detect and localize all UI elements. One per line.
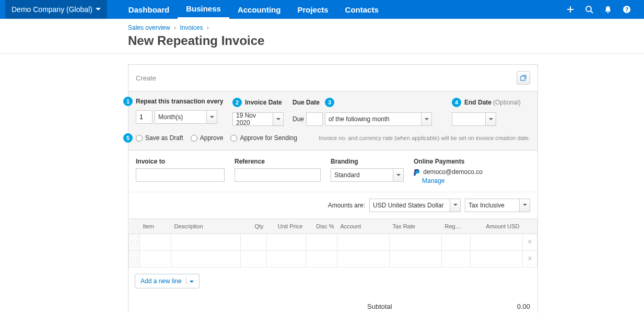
branding-text: Standard (331, 171, 393, 179)
help-icon[interactable]: ? (623, 5, 631, 14)
svg-rect-4 (521, 76, 525, 80)
repeat-every-input[interactable] (136, 110, 153, 124)
step-badge-1: 1 (123, 97, 133, 106)
line-items-table: Item Description Qty Unit Price Disc % A… (128, 218, 537, 268)
nav-icons: ? (566, 5, 639, 14)
nav-contacts[interactable]: Contacts (337, 0, 387, 19)
top-nav: Demo Company (Global) Dashboard Business… (0, 0, 644, 19)
drag-handle-icon[interactable]: ⋮⋮ (129, 234, 140, 250)
paypal-icon (414, 169, 420, 176)
line-region-input[interactable] (442, 234, 470, 250)
remove-line-icon[interactable]: × (523, 234, 537, 250)
chevron-down-icon (273, 113, 283, 125)
col-description: Description (171, 218, 241, 234)
radio-approve[interactable]: Approve (191, 134, 224, 142)
tax-dropdown[interactable]: Tax Inclusive (465, 199, 530, 212)
chevron-down-icon (393, 169, 403, 181)
invoice-date-picker[interactable]: 19 Nov 2020 (232, 112, 284, 126)
line-description-input[interactable] (171, 234, 240, 250)
table-row: ⋮⋮ × (129, 250, 537, 267)
radio-save-draft[interactable]: Save as Draft (136, 134, 183, 142)
line-account-input[interactable] (337, 251, 389, 266)
popout-button[interactable] (517, 71, 530, 85)
table-row: ⋮⋮ × (129, 234, 537, 250)
due-option-dropdown[interactable]: of the following month (325, 112, 432, 126)
line-qty-input[interactable] (241, 251, 266, 266)
add-line-label: Add a new line (140, 277, 182, 285)
subtotal-value: 0.00 (517, 303, 530, 310)
branding-label: Branding (331, 158, 406, 165)
repeat-every-label: Repeat this transaction every (136, 98, 223, 105)
line-tax-input[interactable] (390, 251, 441, 266)
chevron-down-icon (519, 199, 530, 212)
currency-dropdown[interactable]: USD United States Dollar (369, 199, 461, 212)
panel-header: Create (128, 65, 537, 91)
radio-icon (136, 135, 143, 142)
radio-draft-label: Save as Draft (145, 134, 183, 142)
totals-section: Subtotal 0.00 Tax 0.00 TOTAL 0.00 (360, 295, 537, 313)
radio-approve-sending[interactable]: Approve for Sending (230, 134, 297, 142)
invoice-to-input[interactable] (136, 168, 225, 182)
line-item-input[interactable] (140, 234, 171, 250)
chevron-down-icon (485, 113, 496, 125)
reference-input[interactable] (235, 168, 321, 182)
line-account-input[interactable] (337, 234, 389, 250)
col-region: Reg… (442, 218, 471, 234)
currency-text: USD United States Dollar (370, 202, 450, 209)
nav-dashboard[interactable]: Dashboard (120, 0, 178, 19)
radio-approve-send-label: Approve for Sending (240, 134, 297, 142)
end-date-picker[interactable] (452, 112, 496, 126)
add-line-button[interactable]: Add a new line (135, 274, 200, 288)
due-day-input[interactable] (306, 112, 323, 126)
drag-handle-icon[interactable]: ⋮⋮ (129, 250, 140, 267)
branding-dropdown[interactable]: Standard (331, 168, 404, 182)
manage-link[interactable]: Manage (422, 177, 483, 184)
nav-items: Dashboard Business Accounting Projects C… (120, 0, 387, 19)
due-date-label: Due Date (292, 99, 320, 106)
line-qty-input[interactable] (241, 234, 266, 250)
nav-accounting[interactable]: Accounting (229, 0, 289, 19)
invoice-date-text: 19 Nov 2020 (233, 112, 273, 126)
line-description-input[interactable] (171, 251, 240, 266)
line-price-input[interactable] (267, 251, 306, 266)
repeat-unit-dropdown[interactable]: Month(s) (155, 110, 217, 124)
online-payments-label: Online Payments (414, 158, 483, 165)
col-item: Item (140, 218, 171, 234)
line-item-input[interactable] (140, 251, 171, 266)
remove-line-icon[interactable]: × (523, 250, 537, 267)
line-amount-input[interactable] (471, 251, 522, 266)
line-price-input[interactable] (267, 234, 306, 250)
line-amount-input[interactable] (471, 234, 522, 250)
step-badge-5: 5 (123, 133, 133, 143)
svg-text:?: ? (625, 6, 629, 13)
nav-business[interactable]: Business (178, 0, 229, 19)
plus-icon[interactable] (566, 5, 575, 14)
end-date-label: End Date (464, 99, 491, 106)
breadcrumb-sales[interactable]: Sales overview (128, 24, 170, 31)
line-disc-input[interactable] (306, 234, 337, 250)
invoice-to-label: Invoice to (136, 158, 227, 165)
invoice-panel: Create 1 Repeat this transaction every (128, 64, 538, 313)
tax-text: Tax Inclusive (465, 202, 519, 209)
subtotal-label: Subtotal (367, 303, 392, 310)
org-selector[interactable]: Demo Company (Global) (5, 0, 107, 19)
due-prefix: Due (292, 115, 304, 123)
line-tax-input[interactable] (390, 234, 441, 250)
chevron-down-icon (206, 111, 217, 123)
line-region-input[interactable] (442, 251, 470, 266)
search-icon[interactable] (585, 5, 593, 14)
creation-note: Invoice no. and currency rate (when appl… (319, 135, 530, 141)
col-qty: Qty (241, 218, 267, 234)
end-date-optional: (Optional) (493, 99, 521, 106)
nav-projects[interactable]: Projects (289, 0, 336, 19)
breadcrumb-invoices[interactable]: Invoices (180, 24, 203, 31)
breadcrumb-sep: › (207, 24, 209, 31)
page-title: New Repeating Invoice (128, 33, 644, 48)
chevron-down-icon (96, 8, 101, 11)
due-option-text: of the following month (325, 115, 421, 123)
step-badge-4: 4 (452, 98, 461, 107)
step-badge-3: 3 (325, 98, 334, 107)
svg-point-0 (586, 6, 591, 11)
bell-icon[interactable] (604, 5, 612, 14)
line-disc-input[interactable] (306, 251, 337, 266)
